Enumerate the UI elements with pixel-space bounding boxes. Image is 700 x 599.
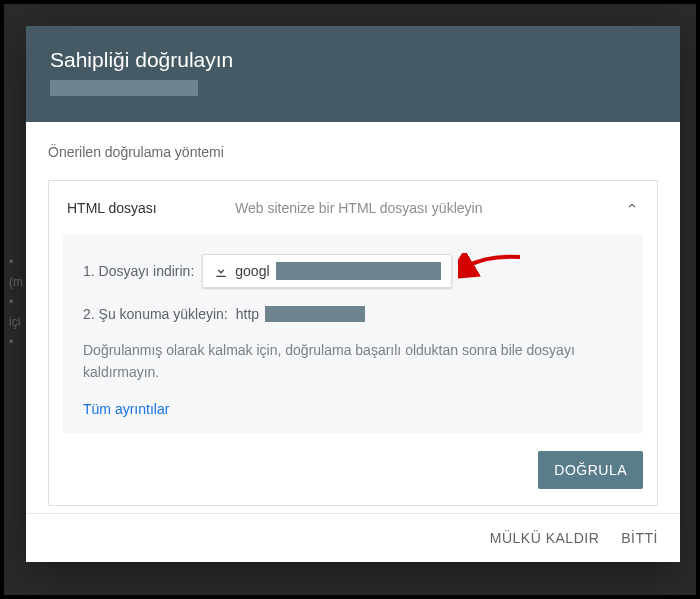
step-2-url-prefix: http [236, 306, 259, 322]
download-file-button[interactable]: googl [202, 254, 451, 288]
step-2: 2. Şu konuma yükleyin: http [83, 306, 623, 322]
method-card-html-file: HTML dosyası Web sitenize bir HTML dosya… [48, 180, 658, 506]
step-1-label: 1. Dosyayı indirin: [83, 263, 194, 279]
dialog-title: Sahipliği doğrulayın [50, 48, 656, 72]
step-2-label: 2. Şu konuma yükleyin: [83, 306, 228, 322]
dialog-body[interactable]: Önerilen doğrulama yöntemi HTML dosyası … [26, 122, 680, 513]
method-name: HTML dosyası [67, 200, 225, 216]
redacted-upload-url [265, 306, 365, 322]
verify-ownership-dialog: Sahipliği doğrulayın Önerilen doğrulama … [26, 26, 680, 562]
keep-file-note: Doğrulanmış olarak kalmak için, doğrulam… [83, 340, 623, 383]
recommended-method-label: Önerilen doğrulama yöntemi [48, 144, 658, 160]
method-description: Web sitenize bir HTML dosyası yükleyin [235, 200, 615, 216]
method-body: 1. Dosyayı indirin: googl [63, 234, 643, 433]
remove-property-button[interactable]: MÜLKÜ KALDIR [490, 530, 599, 546]
step-1: 1. Dosyayı indirin: googl [83, 254, 623, 288]
full-details-link[interactable]: Tüm ayrıntılar [83, 401, 623, 417]
download-icon [213, 263, 229, 279]
download-file-prefix: googl [235, 263, 269, 279]
method-header[interactable]: HTML dosyası Web sitenize bir HTML dosya… [49, 181, 657, 234]
chevron-up-icon [625, 199, 639, 216]
verify-button[interactable]: DOĞRULA [538, 451, 643, 489]
redacted-property-url [50, 80, 198, 96]
redacted-filename [276, 262, 441, 280]
done-button[interactable]: BİTTİ [621, 530, 658, 546]
app-backdrop: •(m•içi• Sahipliği doğrulayın Önerilen d… [4, 4, 696, 595]
verify-row: DOĞRULA [49, 447, 657, 505]
dialog-header: Sahipliği doğrulayın [26, 26, 680, 122]
background-text: •(m•içi• [9, 252, 23, 352]
dialog-footer: MÜLKÜ KALDIR BİTTİ [26, 513, 680, 562]
